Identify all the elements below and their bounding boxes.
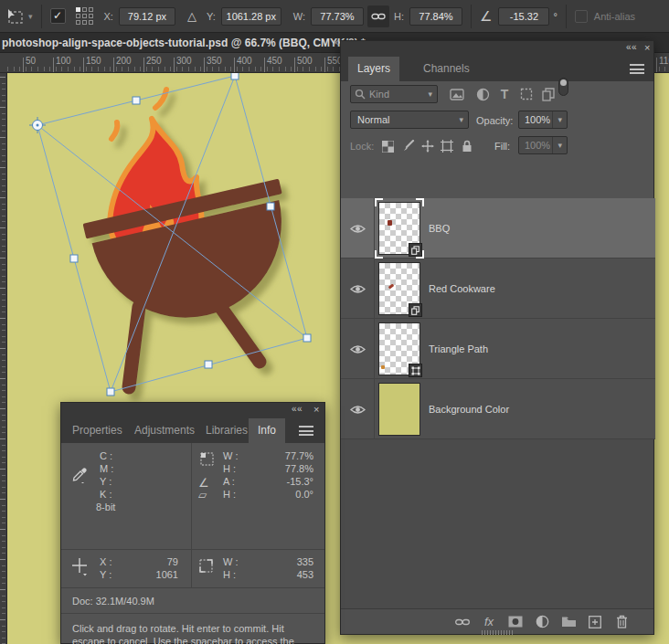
eye-icon	[350, 284, 366, 294]
tab-channels[interactable]: Channels	[414, 57, 479, 81]
info-panel-header: «« ×	[61, 403, 324, 418]
transform-size-icon	[200, 452, 214, 466]
x-label: X:	[104, 11, 113, 22]
opacity-select[interactable]: 100% ▾	[518, 111, 568, 129]
yellow-label: Y :	[100, 476, 112, 487]
blend-mode-select[interactable]: Normal ▾	[350, 111, 469, 129]
tab-info[interactable]: Info	[249, 418, 285, 443]
filter-adjustment-layers-icon[interactable]	[473, 84, 493, 104]
visibility-toggle[interactable]	[341, 379, 375, 439]
lock-transparency-icon[interactable]	[377, 136, 398, 156]
info-skew-label: H :	[223, 489, 236, 500]
add-layer-mask-icon[interactable]	[507, 614, 524, 630]
filter-shape-layers-icon[interactable]	[516, 84, 536, 104]
degree-symbol: °	[553, 11, 557, 22]
layer-thumbnail[interactable]	[378, 322, 420, 375]
layer-row-red-cookware[interactable]: Red Cookware	[341, 259, 655, 319]
layer-thumbnail[interactable]	[378, 202, 420, 255]
lock-image-icon[interactable]	[398, 136, 419, 156]
layer-name[interactable]: BBQ	[429, 198, 450, 259]
layers-panel-content: Kind ▾ T Normal ▾ Opacity: 100% ▾ Lock	[341, 81, 653, 634]
layers-panel-header: «« ×	[341, 41, 653, 57]
new-adjustment-layer-icon[interactable]	[534, 614, 550, 630]
eye-icon	[350, 224, 366, 234]
info-size-h-label: H :	[223, 569, 236, 580]
anti-alias-checkbox[interactable]	[575, 10, 588, 23]
tab-layers[interactable]: Layers	[348, 57, 399, 81]
divider	[566, 5, 567, 28]
fill-select[interactable]: 100% ▾	[518, 136, 568, 154]
filter-toggle[interactable]	[558, 78, 568, 96]
toggle-reference-point-checkbox[interactable]: ✓	[50, 8, 66, 24]
tab-adjustments[interactable]: Adjustments	[125, 418, 204, 443]
document-close-icon[interactable]: ×	[333, 33, 339, 53]
chevron-down-icon: ▾	[423, 86, 437, 102]
layers-list-empty-area	[341, 439, 653, 608]
filter-pixel-layers-icon[interactable]	[447, 84, 467, 104]
ruler-label: 500	[297, 56, 313, 66]
panel-menu-icon[interactable]	[630, 64, 644, 74]
vertical-ruler[interactable]	[0, 73, 7, 644]
info-size-w-label: W :	[223, 556, 239, 567]
fill-value: 100%	[519, 140, 550, 151]
delete-layer-icon[interactable]	[613, 614, 630, 630]
filter-kind-select[interactable]: Kind ▾	[350, 85, 438, 103]
layer-name[interactable]: Background Color	[429, 379, 509, 439]
ruler-label: 250	[146, 56, 162, 66]
filter-smart-objects-icon[interactable]	[538, 84, 558, 104]
info-h-value: 77.8%	[259, 463, 313, 474]
layer-effects-icon[interactable]: fx	[481, 614, 497, 630]
cursor-position-icon[interactable]	[72, 558, 89, 576]
ruler-label: 450	[267, 56, 282, 66]
layer-thumbnail[interactable]	[378, 262, 420, 315]
eye-icon	[350, 344, 366, 354]
visibility-toggle[interactable]	[341, 198, 375, 259]
smart-object-badge-icon	[409, 303, 422, 317]
eyedropper-icon[interactable]	[72, 467, 87, 483]
x-position-input[interactable]: 79.12 px	[119, 7, 175, 26]
close-panel-icon[interactable]: ×	[644, 42, 650, 53]
panel-resize-grip[interactable]	[482, 630, 513, 635]
maintain-aspect-ratio-button[interactable]	[367, 5, 389, 27]
panel-menu-icon[interactable]	[299, 426, 313, 436]
collapse-panel-icon[interactable]: «	[297, 404, 303, 414]
y-position-input[interactable]: 1061.28 px	[221, 7, 281, 26]
lock-all-icon[interactable]	[457, 136, 477, 156]
ruler-label: 50	[26, 56, 36, 66]
info-h-label: H :	[223, 463, 236, 474]
layer-row-triangle-path[interactable]: Triangle Path	[341, 319, 655, 379]
chevron-down-icon: ▾	[552, 137, 567, 153]
lock-position-icon[interactable]	[418, 136, 438, 156]
width-input[interactable]: 77.73%	[311, 7, 364, 26]
collapse-panel-icon[interactable]: «	[632, 42, 638, 52]
black-label: K :	[100, 489, 112, 500]
chevron-down-icon: ▾	[454, 111, 468, 128]
ruler-label: 1100	[659, 56, 669, 66]
info-a-value: -15.3°	[259, 476, 313, 487]
tool-dropdown-chevron-icon[interactable]: ▾	[28, 12, 33, 21]
link-layers-icon[interactable]	[454, 614, 471, 630]
height-input[interactable]: 77.84%	[409, 7, 462, 26]
layer-thumbnail[interactable]	[378, 383, 420, 436]
rotation-input[interactable]: -15.32	[498, 7, 549, 26]
width-label: W:	[293, 11, 305, 22]
layer-name[interactable]: Red Cookware	[429, 259, 495, 319]
filter-type-layers-icon[interactable]: T	[494, 84, 515, 104]
reference-point-locator[interactable]	[76, 7, 93, 25]
new-group-icon[interactable]	[560, 614, 577, 630]
tab-properties[interactable]: Properties	[63, 418, 132, 443]
layers-panel-tabs: Layers Channels	[341, 57, 653, 81]
info-x-value: 79	[123, 556, 178, 567]
close-panel-icon[interactable]: ×	[313, 404, 319, 415]
lock-artboard-icon[interactable]	[437, 136, 457, 156]
info-panel-content: C : M : Y : K : 8-bit W : 77.7% H : 77.8…	[61, 443, 324, 643]
layer-row-background-color[interactable]: Background Color	[341, 379, 655, 439]
layer-row-bbq[interactable]: BBQ	[341, 198, 655, 259]
relative-positioning-icon[interactable]: △	[187, 9, 196, 23]
visibility-toggle[interactable]	[341, 319, 375, 379]
layer-name[interactable]: Triangle Path	[429, 319, 488, 379]
info-panel: «« × Properties Adjustments Libraries In…	[60, 402, 325, 644]
anti-alias-label: Anti-alias	[594, 11, 635, 22]
new-layer-icon[interactable]	[587, 614, 603, 630]
visibility-toggle[interactable]	[341, 259, 375, 319]
